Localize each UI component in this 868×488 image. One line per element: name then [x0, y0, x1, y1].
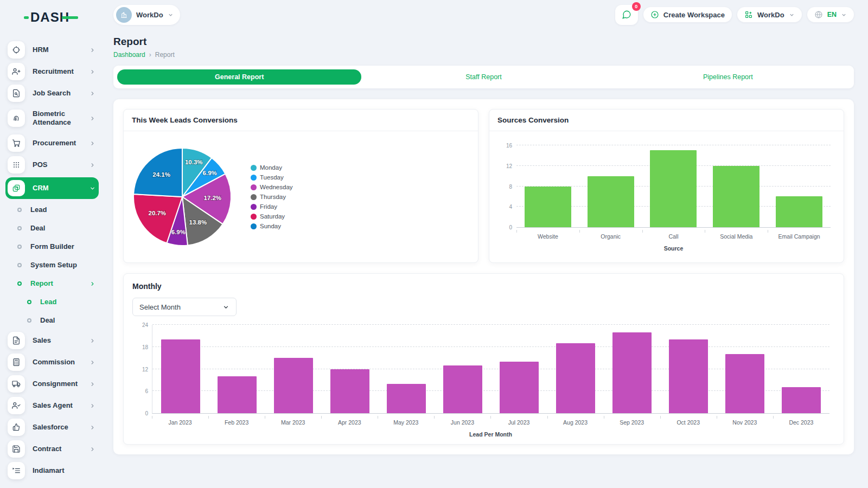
bar-website	[525, 187, 571, 228]
y-tick-label: 18	[142, 344, 148, 350]
top-header: WorkDo 0 Create Workspace WorkDo	[113, 1, 854, 28]
sidebar-item-contract[interactable]: Contract	[5, 438, 99, 460]
main-area: WorkDo 0 Create Workspace WorkDo	[102, 0, 868, 488]
month-select[interactable]: Select Month	[132, 298, 237, 316]
x-tick-label: Email Campaign	[768, 230, 831, 240]
charts-row: This Week Leads Conversions 10.3%6.9%17.…	[123, 109, 844, 263]
language-button[interactable]: EN	[807, 7, 854, 22]
sidebar-item-biometric-attendance[interactable]: Biometric Attendance	[5, 104, 99, 132]
x-tick-label: Oct 2023	[660, 416, 717, 426]
x-tick-label: Dec 2023	[773, 416, 829, 426]
sidebar-item-hrm[interactable]: HRM	[5, 39, 99, 61]
sidebar-item-form-builder[interactable]: Form Builder	[5, 237, 99, 256]
x-tick-label: Feb 2023	[208, 416, 265, 426]
user-plus-icon	[12, 67, 21, 76]
bar-aug-2023	[556, 343, 595, 413]
sidebar-item-label: Procurement	[33, 139, 90, 147]
chevron-right-icon	[90, 140, 95, 146]
plot-area: 0481216	[516, 145, 831, 228]
sidebar-item-sales-agent[interactable]: Sales Agent	[5, 395, 99, 416]
sidebar-item-system-setup[interactable]: System Setup	[5, 256, 99, 274]
legend-item-tuesday: Tuesday	[251, 174, 293, 181]
tab-staff-report[interactable]: Staff Report	[361, 69, 605, 85]
legend-item-monday: Monday	[251, 164, 293, 171]
legend-dot	[251, 175, 257, 181]
sidebar-item-label: Lead	[30, 206, 95, 214]
legend-label: Friday	[260, 203, 277, 210]
target-icon	[12, 46, 21, 54]
x-axis-title: Lead Per Month	[152, 431, 829, 438]
sidebar-item-sales[interactable]: Sales	[5, 330, 99, 351]
week-leads-chart: 10.3%6.9%17.2%13.8%6.9%20.7%24.1% Monday…	[124, 131, 478, 262]
sidebar-item-commission[interactable]: Commission	[5, 351, 99, 373]
week-leads-card-title: This Week Leads Conversions	[124, 110, 478, 131]
thumbs-up-icon	[12, 423, 21, 432]
sidebar-item-consignment[interactable]: Consignment	[5, 373, 99, 395]
sidebar-item-deal[interactable]: Deal	[5, 219, 99, 237]
legend-item-thursday: Thursday	[251, 194, 293, 200]
messages-button[interactable]: 0	[615, 5, 638, 25]
bars	[516, 145, 831, 227]
x-tick-label: Nov 2023	[717, 416, 773, 426]
sidebar-item-label: Deal	[40, 316, 95, 325]
report-panel: This Week Leads Conversions 10.3%6.9%17.…	[113, 99, 854, 454]
workdo-menu-label: WorkDo	[757, 11, 784, 19]
logo-accent-dot	[24, 16, 29, 19]
sidebar-item-procurement[interactable]: Procurement	[5, 132, 99, 154]
bar-dec-2023	[782, 387, 821, 413]
bar-jan-2023	[161, 339, 200, 413]
sidebar-item-lead[interactable]: Lead	[5, 201, 99, 219]
chevron-down-icon	[789, 12, 795, 18]
x-axis-labels: Jan 2023Feb 2023Mar 2023Apr 2023May 2023…	[152, 416, 829, 426]
create-workspace-label: Create Workspace	[663, 11, 725, 19]
sidebar-item-pos[interactable]: POS	[5, 154, 99, 176]
sidebar-item-report[interactable]: Report	[5, 274, 99, 293]
bullet-icon	[27, 318, 31, 323]
tab-pipelines-report[interactable]: Pipelines Report	[606, 69, 850, 85]
user-check-icon	[8, 397, 25, 414]
bar-email-campaign	[776, 196, 822, 227]
sidebar-item-indiamart[interactable]: Indiamart	[5, 460, 99, 481]
page-title: Report	[113, 36, 854, 48]
workspace-switcher[interactable]: WorkDo	[113, 5, 180, 25]
bar-oct-2023	[669, 339, 708, 413]
breadcrumb-dashboard-link[interactable]: Dashboard	[113, 51, 145, 59]
y-tick-label: 4	[509, 204, 512, 210]
report-tabs: General Report Staff Report Pipelines Re…	[113, 66, 854, 88]
y-tick-label: 12	[142, 367, 148, 373]
sidebar-item-recruitment[interactable]: Recruitment	[5, 61, 99, 82]
sidebar-subitem-lead[interactable]: Lead	[5, 293, 99, 311]
month-select-value: Select Month	[139, 303, 181, 311]
legend-label: Thursday	[260, 194, 286, 200]
sidebar-item-job-search[interactable]: Job Search	[5, 82, 99, 104]
sidebar-item-crm[interactable]: CRM	[5, 177, 99, 199]
legend-label: Wednesday	[260, 184, 293, 190]
bullet-icon	[17, 208, 22, 212]
sidebar-subitem-deal[interactable]: Deal	[5, 311, 99, 330]
bar-sep-2023	[612, 332, 652, 413]
sidebar-item-label: Job Search	[33, 89, 90, 98]
pie-chart: 10.3%6.9%17.2%13.8%6.9%20.7%24.1%	[129, 144, 235, 250]
x-tick-label: May 2023	[378, 416, 434, 426]
user-plus-icon	[8, 63, 25, 80]
sources-card-title: Sources Conversion	[489, 110, 844, 131]
bar-may-2023	[387, 384, 426, 413]
bullet-icon	[17, 281, 22, 286]
sidebar-item-salesforce[interactable]: Salesforce	[5, 416, 99, 438]
legend-item-friday: Friday	[251, 203, 293, 210]
legend-item-wednesday: Wednesday	[251, 184, 293, 190]
cart-icon	[12, 139, 21, 147]
workdo-menu-button[interactable]: WorkDo	[737, 7, 802, 22]
legend-dot	[251, 204, 257, 210]
y-tick-label: 6	[145, 388, 148, 394]
tab-general-report[interactable]: General Report	[117, 69, 361, 85]
chevron-right-icon	[90, 115, 95, 121]
sidebar-item-label: Sales	[33, 336, 90, 345]
user-check-icon	[12, 401, 21, 410]
sidebar-item-label: Biometric Attendance	[33, 110, 90, 127]
sidebar-nav: HRMRecruitmentJob SearchBiometric Attend…	[5, 39, 99, 481]
language-label: EN	[827, 11, 837, 18]
dash-logo[interactable]: DASH	[24, 10, 99, 25]
create-workspace-button[interactable]: Create Workspace	[643, 7, 732, 22]
app-root: DASH HRMRecruitmentJob SearchBiometric A…	[0, 0, 868, 488]
